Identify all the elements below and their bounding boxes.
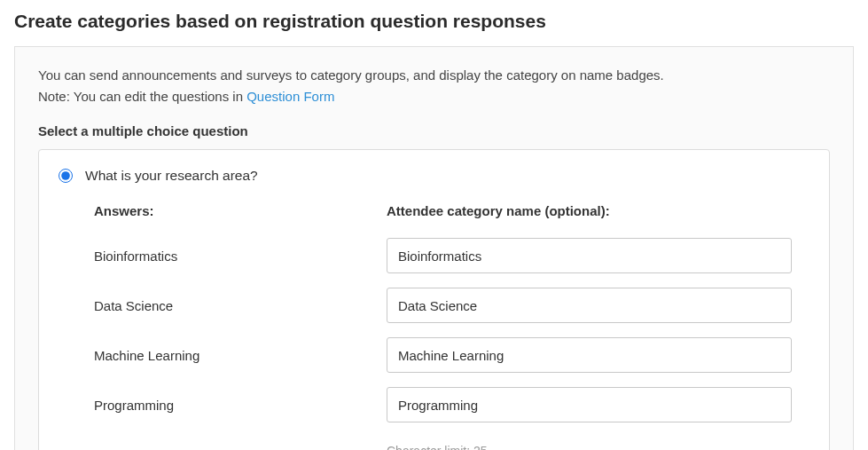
category-input-2[interactable]: [387, 337, 792, 373]
question-form-link[interactable]: Question Form: [246, 89, 334, 104]
answer-label: Programming: [94, 398, 378, 413]
answers-header: Answers:: [94, 203, 378, 224]
config-panel: You can send announcements and surveys t…: [14, 46, 854, 450]
answer-label: Machine Learning: [94, 348, 378, 363]
page-title: Create categories based on registration …: [14, 11, 854, 32]
section-label: Select a multiple choice question: [38, 123, 830, 138]
intro-text: You can send announcements and surveys t…: [38, 65, 830, 86]
category-input-1[interactable]: [387, 288, 792, 323]
category-input-3[interactable]: [387, 387, 792, 422]
char-limit-text: Character limit: 25: [387, 444, 792, 450]
answers-grid: Answers: Attendee category name (optiona…: [94, 203, 792, 450]
intro-note: Note: You can edit the questions in Ques…: [38, 86, 830, 107]
answer-label: Bioinformatics: [94, 249, 378, 264]
question-card: What is your research area? Answers: Att…: [38, 149, 830, 450]
question-radio[interactable]: [59, 169, 73, 183]
intro-note-prefix: Note: You can edit the questions in: [38, 89, 246, 104]
category-header: Attendee category name (optional):: [387, 203, 792, 224]
question-header: What is your research area?: [59, 168, 809, 184]
category-input-0[interactable]: [387, 238, 792, 273]
question-text: What is your research area?: [85, 168, 258, 184]
answer-label: Data Science: [94, 298, 378, 313]
